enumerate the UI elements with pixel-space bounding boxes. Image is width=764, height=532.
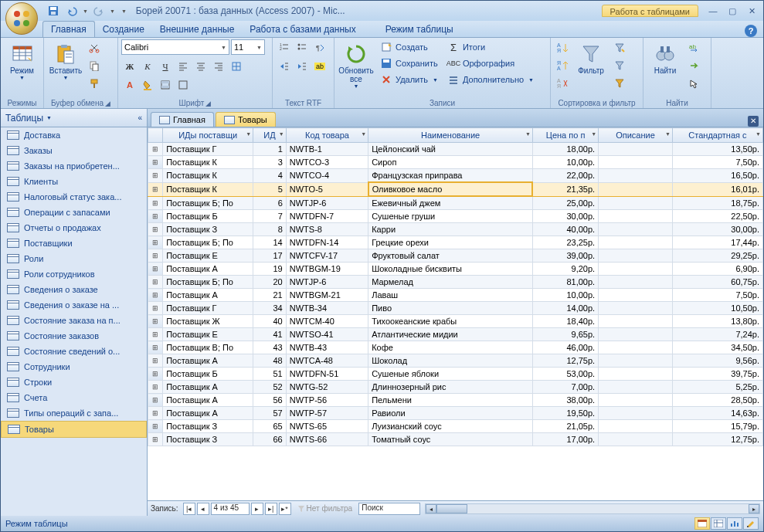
cell[interactable]: Поставщик Б [163,210,253,223]
cell[interactable] [599,210,673,223]
undo-dropdown-icon[interactable]: ▼ [83,8,88,14]
cell[interactable]: Поставщик Б; По [163,236,253,249]
cell[interactable]: NWTCFV-17 [286,249,368,263]
cell[interactable]: 5,25р. [672,381,762,394]
cell[interactable] [599,223,673,236]
cell[interactable]: NWTBGM-19 [286,263,368,276]
cell[interactable]: Длиннозерный рис [368,381,533,394]
advanced-filter-icon[interactable] [611,57,628,74]
cell[interactable]: 7,24р. [672,328,762,341]
redo-icon[interactable] [91,3,107,19]
cell[interactable] [599,289,673,302]
scrollbar-thumb[interactable] [436,504,467,513]
cell[interactable]: 13,50р. [672,143,762,156]
more-button[interactable]: Дополнительно▼ [443,72,538,87]
table-row[interactable]: ⊞Поставщик Г1NWTB-1Цейлонский чай18,00р.… [148,143,763,156]
tab-create[interactable]: Создание [95,22,152,37]
cell[interactable]: 48 [253,354,287,368]
replace-icon[interactable]: ab [685,39,702,56]
cell[interactable]: NWTCA-48 [286,354,368,368]
navitem[interactable]: Состояние заказов [1,328,147,344]
spelling-button[interactable]: ABCОрфография [443,56,538,71]
cell[interactable]: 14 [253,236,287,249]
highlight-icon[interactable]: ab [311,58,328,75]
cell[interactable]: 8 [253,223,287,236]
cell[interactable]: 21,35р. [532,182,598,196]
search-box[interactable]: Поиск [358,503,420,515]
goto-icon[interactable] [685,57,702,74]
cell[interactable]: Поставщик З [163,223,253,236]
cell[interactable]: Поставщик А [163,354,253,368]
cell[interactable]: Поставщик А [163,381,253,394]
save-record-button[interactable]: Сохранить [376,56,442,71]
cell[interactable]: 18,40р. [532,315,598,328]
cell[interactable]: Мармелад [368,276,533,289]
format-painter-icon[interactable] [86,75,103,92]
cell[interactable]: 20 [253,276,287,289]
navitem[interactable]: Товары [1,421,147,438]
cell[interactable] [599,182,673,196]
cell[interactable]: Грецкие орехи [368,236,533,249]
cut-icon[interactable] [86,39,103,56]
cell[interactable]: 13,80р. [672,315,762,328]
cell[interactable]: Поставщик Б [163,368,253,381]
navitem[interactable]: Роли сотрудников [1,266,147,282]
cell[interactable]: Поставщик К [163,156,253,169]
cell[interactable]: Поставщик З [163,420,253,433]
cell[interactable]: 38,00р. [532,394,598,407]
cell[interactable]: Ежевичный джем [368,196,533,210]
column-dropdown-icon[interactable]: ▼ [246,131,251,137]
table-row[interactable]: ⊞Поставщик А21NWTBGM-21Лаваш10,00р.7,50р… [148,289,763,302]
cell[interactable] [599,156,673,169]
navitem[interactable]: Доставка [1,127,147,143]
column-header[interactable]: Код товара▼ [286,128,368,143]
cell[interactable]: 34 [253,302,287,315]
cell[interactable]: 9,65р. [532,328,598,341]
cell[interactable] [599,354,673,368]
cell[interactable] [599,196,673,210]
table-row[interactable]: ⊞Поставщик Е17NWTCFV-17Фруктовый салат39… [148,249,763,263]
clear-sort-icon[interactable]: АЯ [554,75,571,92]
column-header[interactable]: Описание▼ [599,128,673,143]
table-row[interactable]: ⊞Поставщик К3NWTCO-3Сироп10,00р.7,50р. [148,156,763,169]
tab-datasheet[interactable]: Режим таблицы [378,22,461,37]
cell[interactable]: NWTP-57 [286,407,368,420]
cell[interactable]: Поставщик Г [163,143,253,156]
grid-style-icon[interactable] [175,76,192,93]
cell[interactable]: Поставщик Б; По [163,196,253,210]
cell[interactable]: Томатный соус [368,433,533,446]
cell[interactable] [599,420,673,433]
row-header[interactable]: ⊞ [148,156,163,169]
cell[interactable]: 18,00р. [532,143,598,156]
help-icon[interactable]: ? [745,25,757,37]
list-numbered-icon[interactable]: 12 [276,39,293,56]
font-name-combo[interactable]: Calibri▼ [121,39,229,55]
cell[interactable]: 25,00р. [532,196,598,210]
column-dropdown-icon[interactable]: ▼ [525,131,531,137]
font-color-icon[interactable]: A [121,76,138,93]
cell[interactable]: 46,00р. [532,341,598,354]
cell[interactable]: 4 [253,169,287,183]
cell[interactable]: Сушеные груши [368,210,533,223]
row-header[interactable]: ⊞ [148,394,163,407]
cell[interactable] [599,394,673,407]
cell[interactable] [599,276,673,289]
filter-button[interactable]: Фильтр [572,39,610,77]
cell[interactable] [599,315,673,328]
cell[interactable]: NWTSO-41 [286,328,368,341]
table-row[interactable]: ⊞Поставщик Б; По6NWTJP-6Ежевичный джем25… [148,196,763,210]
row-header[interactable]: ⊞ [148,420,163,433]
increase-indent-icon[interactable] [294,58,311,75]
cell[interactable] [599,143,673,156]
cell[interactable]: Поставщик Е [163,328,253,341]
cell[interactable]: NWTS-8 [286,223,368,236]
cell[interactable] [599,381,673,394]
sort-asc-icon[interactable]: АЯ [554,39,571,56]
cell[interactable]: 39,00р. [532,249,598,263]
office-button[interactable] [5,2,38,35]
navitem[interactable]: Заказы [1,143,147,158]
record-position-input[interactable]: 4 из 45 [211,503,250,515]
decrease-indent-icon[interactable] [276,58,293,75]
undo-icon[interactable] [64,3,80,19]
cell[interactable]: Поставщик В; По [163,341,253,354]
